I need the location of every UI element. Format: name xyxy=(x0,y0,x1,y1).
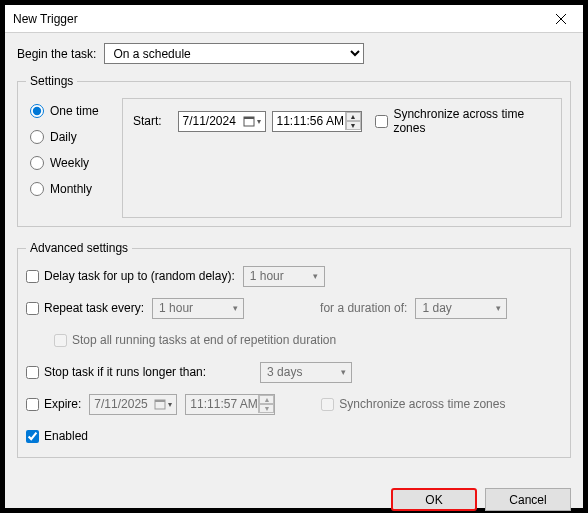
duration-label: for a duration of: xyxy=(320,301,407,315)
advanced-group: Advanced settings Delay task for up to (… xyxy=(17,241,571,458)
dialog-footer: OK Cancel xyxy=(5,480,583,513)
spin-up-icon[interactable]: ▲ xyxy=(346,112,361,121)
advanced-legend: Advanced settings xyxy=(26,241,132,255)
repeat-input[interactable] xyxy=(26,302,39,315)
repeat-label: Repeat task every: xyxy=(44,301,144,315)
freq-one-time[interactable]: One time xyxy=(30,104,122,118)
dialog-body: Begin the task: On a schedule Settings O… xyxy=(5,33,583,480)
spin-down-icon[interactable]: ▼ xyxy=(259,404,274,413)
start-time-picker[interactable]: 11:11:56 AM ▲ ▼ xyxy=(272,111,362,132)
begin-task-row: Begin the task: On a schedule xyxy=(17,43,571,64)
expire-date-value: 7/11/2025 xyxy=(94,397,152,411)
sync-tz2-label: Synchronize across time zones xyxy=(339,397,505,411)
ok-button[interactable]: OK xyxy=(391,488,477,511)
stop-longer-value: 3 days xyxy=(267,365,335,379)
expire-checkbox[interactable]: Expire: xyxy=(26,397,81,411)
delay-combo[interactable]: 1 hour ▾ xyxy=(243,266,325,287)
start-panel: Start: 7/11/2024 ▾ 11:11:56 AM xyxy=(122,98,562,218)
stop-longer-input[interactable] xyxy=(26,366,39,379)
calendar-icon[interactable]: ▾ xyxy=(152,398,174,410)
freq-weekly-radio[interactable] xyxy=(30,156,44,170)
chevron-down-icon: ▾ xyxy=(227,303,243,313)
duration-value: 1 day xyxy=(422,301,490,315)
begin-task-select[interactable]: On a schedule xyxy=(104,43,364,64)
sync-tz-input[interactable] xyxy=(375,115,388,128)
expire-time-value: 11:11:57 AM xyxy=(190,397,258,411)
repeat-checkbox[interactable]: Repeat task every: xyxy=(26,301,144,315)
delay-label: Delay task for up to (random delay): xyxy=(44,269,235,283)
spin-up-icon[interactable]: ▲ xyxy=(259,395,274,404)
sync-tz-label: Synchronize across time zones xyxy=(393,107,551,135)
chevron-down-icon: ▾ xyxy=(335,367,351,377)
stop-running-label: Stop all running tasks at end of repetit… xyxy=(72,333,336,347)
enabled-input[interactable] xyxy=(26,430,39,443)
title-bar: New Trigger xyxy=(5,5,583,33)
freq-one-time-label: One time xyxy=(50,104,99,118)
duration-combo[interactable]: 1 day ▾ xyxy=(415,298,507,319)
enabled-checkbox[interactable]: Enabled xyxy=(26,429,88,443)
freq-weekly[interactable]: Weekly xyxy=(30,156,122,170)
freq-daily[interactable]: Daily xyxy=(30,130,122,144)
expire-input[interactable] xyxy=(26,398,39,411)
stop-longer-checkbox[interactable]: Stop task if it runs longer than: xyxy=(26,365,206,379)
start-time-value: 11:11:56 AM xyxy=(277,114,345,128)
spin-down-icon[interactable]: ▼ xyxy=(346,121,361,130)
sync-tz2-input xyxy=(321,398,334,411)
chevron-down-icon: ▾ xyxy=(308,271,324,281)
repeat-combo[interactable]: 1 hour ▾ xyxy=(152,298,244,319)
chevron-down-icon: ▾ xyxy=(490,303,506,313)
calendar-icon[interactable]: ▾ xyxy=(241,115,263,127)
freq-daily-radio[interactable] xyxy=(30,130,44,144)
repeat-value: 1 hour xyxy=(159,301,227,315)
freq-monthly[interactable]: Monthly xyxy=(30,182,122,196)
stop-longer-label: Stop task if it runs longer than: xyxy=(44,365,206,379)
close-icon xyxy=(556,14,566,24)
freq-one-time-radio[interactable] xyxy=(30,104,44,118)
start-label: Start: xyxy=(133,114,162,128)
svg-rect-5 xyxy=(155,400,165,402)
delay-checkbox[interactable]: Delay task for up to (random delay): xyxy=(26,269,235,283)
freq-daily-label: Daily xyxy=(50,130,77,144)
stop-running-input xyxy=(54,334,67,347)
dialog-window: New Trigger Begin the task: On a schedul… xyxy=(4,4,584,509)
sync-tz2-checkbox: Synchronize across time zones xyxy=(321,397,505,411)
start-date-picker[interactable]: 7/11/2024 ▾ xyxy=(178,111,266,132)
expire-label: Expire: xyxy=(44,397,81,411)
expire-date-picker[interactable]: 7/11/2025 ▾ xyxy=(89,394,177,415)
close-button[interactable] xyxy=(538,5,583,33)
start-date-value: 7/11/2024 xyxy=(183,114,241,128)
sync-tz-checkbox[interactable]: Synchronize across time zones xyxy=(375,107,551,135)
stop-longer-combo[interactable]: 3 days ▾ xyxy=(260,362,352,383)
expire-time-picker[interactable]: 11:11:57 AM ▲ ▼ xyxy=(185,394,275,415)
freq-monthly-radio[interactable] xyxy=(30,182,44,196)
frequency-column: One time Daily Weekly Monthly xyxy=(26,98,122,218)
window-title: New Trigger xyxy=(13,12,538,26)
cancel-button[interactable]: Cancel xyxy=(485,488,571,511)
stop-running-checkbox: Stop all running tasks at end of repetit… xyxy=(54,333,336,347)
begin-task-label: Begin the task: xyxy=(17,47,96,61)
settings-group: Settings One time Daily Weekly xyxy=(17,74,571,227)
delay-value: 1 hour xyxy=(250,269,308,283)
delay-input[interactable] xyxy=(26,270,39,283)
enabled-label: Enabled xyxy=(44,429,88,443)
settings-legend: Settings xyxy=(26,74,77,88)
svg-rect-3 xyxy=(244,117,254,119)
freq-monthly-label: Monthly xyxy=(50,182,92,196)
freq-weekly-label: Weekly xyxy=(50,156,89,170)
